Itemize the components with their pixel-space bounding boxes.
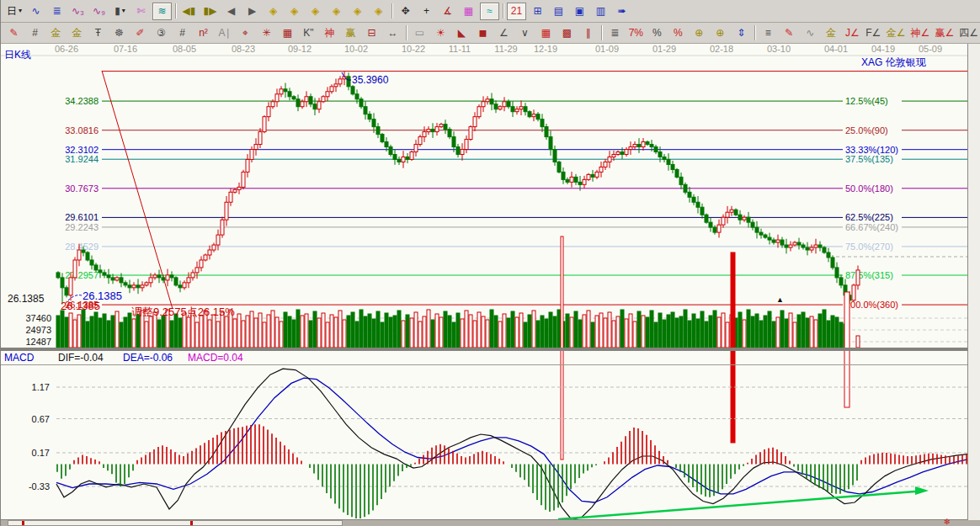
svg-text:04-19: 04-19	[871, 44, 895, 54]
app-window: 日▾∿≣∿₃∿₉▮▾✄≋◀▮▮▶◀▶◈◈◈◈◈◈✥+∡▦≈21⊞▤▣▥➠ ✎#金…	[0, 0, 980, 526]
symbol-label: XAG 伦敦银现	[861, 56, 926, 70]
trend-arrow-head	[915, 486, 929, 495]
svg-text:02-18: 02-18	[710, 44, 733, 54]
retracement-percent-label: 66.67%(240)	[845, 222, 898, 232]
retracement-percent-label: 75.0%(270)	[845, 242, 893, 252]
macd-panel: 1.170.670.17-0.33	[29, 369, 967, 519]
svg-text:10-22: 10-22	[402, 44, 425, 54]
svg-text:10-02: 10-02	[344, 44, 368, 54]
triangle-marker: ▲	[776, 295, 784, 304]
macd-macd-value: MACD=0.04	[188, 352, 243, 364]
low-price-annotation-red: 26.1385	[61, 300, 100, 312]
macd-panel-label: MACD	[4, 352, 34, 364]
price-level-label: 29.2243	[65, 222, 99, 232]
macd-dif-value: DIF=-0.04	[58, 352, 104, 364]
volume-axis-label: 12487	[25, 337, 51, 347]
scrollbar-thumb[interactable]	[8, 520, 343, 526]
retracement-percent-label: 12.5%(45)	[845, 96, 888, 106]
horizontal-scrollbar[interactable]: ✻	[1, 520, 980, 526]
peak-price-annotation: 35.3960	[352, 74, 388, 86]
candlestick-series	[56, 72, 860, 304]
retracement-percent-label: 37.5%(135)	[845, 154, 893, 164]
svg-text:05-09: 05-09	[919, 44, 942, 54]
svg-text:06-26: 06-26	[55, 44, 78, 54]
price-level-label: 29.6101	[65, 212, 99, 222]
svg-text:03-10: 03-10	[767, 44, 791, 54]
svg-text:12-19: 12-19	[534, 44, 557, 54]
macd-top-divider	[1, 364, 980, 365]
chart-canvas[interactable]: 06-2607-1608-0508-2309-1210-0210-2211-11…	[1, 0, 980, 526]
price-level-label: 33.0816	[65, 125, 99, 135]
svg-text:01-09: 01-09	[595, 44, 619, 54]
date-axis: 06-2607-1608-0508-2309-1210-0210-2211-11…	[55, 44, 942, 54]
retracement-percent-label: 25.0%(90)	[845, 125, 888, 135]
svg-text:09-12: 09-12	[288, 44, 312, 54]
low-price-axis-label: 26.1385	[8, 293, 44, 305]
price-level-label: 31.9244	[65, 154, 99, 164]
macd-histogram	[57, 424, 967, 518]
svg-text:04-01: 04-01	[824, 44, 848, 54]
macd-axis-label: 0.17	[32, 448, 50, 458]
retracement-percent-label: 62.5%(225)	[845, 212, 893, 222]
price-level-label: 34.2388	[65, 96, 99, 106]
scrollbar-red-mark	[22, 521, 24, 525]
panel-title-kline: 日K线	[4, 48, 31, 62]
price-level-label: 32.3102	[65, 145, 99, 155]
svg-text:01-29: 01-29	[652, 44, 676, 54]
price-level-label: 30.7673	[65, 183, 99, 194]
volume-axis-label: 37460	[25, 313, 51, 323]
retracement-note: 调整9.2575点26.15%	[131, 305, 235, 320]
macd-axis-label: 1.17	[32, 382, 50, 392]
scrollbar-marker-icon: ✻	[944, 518, 951, 526]
scrollbar-red-mark	[190, 521, 193, 525]
macd-trendline	[558, 491, 915, 519]
svg-text:08-23: 08-23	[232, 44, 255, 54]
macd-axis-label: -0.33	[29, 481, 50, 491]
svg-text:08-05: 08-05	[173, 44, 196, 54]
svg-text:11-11: 11-11	[449, 44, 471, 54]
diagonal-trendline	[102, 71, 173, 309]
retracement-percent-label: 33.33%(120)	[845, 145, 898, 155]
right-gutter	[968, 44, 980, 520]
retracement-percent-label: 100.0%(360)	[845, 300, 898, 310]
retracement-percent-label: 87.5%(315)	[845, 270, 893, 280]
volume-axis-label: 24973	[25, 325, 51, 335]
retracement-levels: 34.238812.5%(45)33.081625.0%(90)32.31023…	[65, 72, 967, 311]
macd-indicator-row: MACD DIF=-0.04 DEA=-0.06 MACD=0.04	[1, 351, 967, 364]
svg-text:07-16: 07-16	[114, 44, 137, 54]
retracement-percent-label: 50.0%(180)	[845, 183, 893, 194]
macd-dea-value: DEA=-0.06	[123, 352, 173, 364]
svg-text:11-29: 11-29	[494, 44, 517, 54]
macd-axis-label: 0.67	[32, 414, 50, 424]
